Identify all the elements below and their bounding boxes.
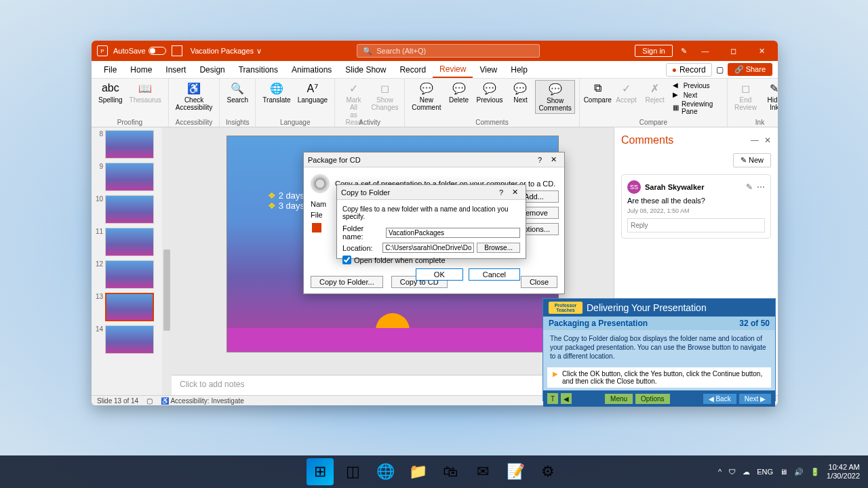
- tutorial-t-icon[interactable]: T: [547, 393, 558, 404]
- taskview-icon[interactable]: ◫: [339, 458, 366, 485]
- tutorial-prev-icon[interactable]: ◀: [561, 393, 572, 404]
- avatar: SS: [627, 180, 641, 194]
- slide-thumb-14[interactable]: 14: [94, 325, 169, 354]
- slide-panel-scrollbar[interactable]: [162, 127, 172, 395]
- browse-button[interactable]: Browse...: [477, 243, 520, 253]
- language-button[interactable]: A⁷Language: [295, 80, 331, 105]
- volume-icon[interactable]: 🔊: [794, 468, 804, 476]
- tab-record[interactable]: Record: [393, 62, 433, 77]
- minimize-button[interactable]: —: [695, 47, 715, 55]
- network-icon[interactable]: 🖥: [780, 468, 787, 476]
- edge-icon[interactable]: 🌐: [372, 458, 399, 485]
- tab-insert[interactable]: Insert: [159, 62, 193, 77]
- language-indicator[interactable]: ENG: [757, 468, 773, 476]
- prevcomment-button[interactable]: 💬Previous: [474, 80, 506, 105]
- save-icon[interactable]: [172, 45, 182, 56]
- showchanges-button[interactable]: ◻Show Changes: [370, 80, 400, 113]
- open-folder-checkbox[interactable]: [342, 256, 351, 264]
- tab-review[interactable]: Review: [433, 62, 473, 78]
- title-bar: P AutoSave Vacation Packages ∨ 🔍 Search …: [92, 41, 778, 61]
- slide-thumb-8[interactable]: 8: [94, 130, 169, 159]
- tab-design[interactable]: Design: [193, 62, 231, 77]
- tutorial-menu-button[interactable]: Menu: [605, 394, 633, 404]
- accessibility-button[interactable]: ♿Check Accessibility: [173, 80, 215, 113]
- weather-icon[interactable]: ☁: [743, 468, 750, 476]
- start-button[interactable]: ⊞: [307, 458, 334, 485]
- close-button[interactable]: Close: [521, 276, 557, 288]
- tab-animations[interactable]: Animations: [285, 62, 338, 77]
- showcomments-button[interactable]: 💬Show Comments: [535, 80, 574, 114]
- hideink-button[interactable]: ✎Hide Ink: [761, 80, 778, 113]
- tab-home[interactable]: Home: [123, 62, 159, 77]
- settings-icon[interactable]: ⚙: [534, 458, 561, 485]
- app-icon[interactable]: 📝: [502, 458, 529, 485]
- slide-thumb-13[interactable]: 13💬: [94, 293, 169, 321]
- tutorial-back-button[interactable]: ◀ Back: [703, 394, 736, 404]
- taskbar: ⊞ ◫ 🌐 📁 🛍 ✉ 📝 ⚙ ^ 🛡 ☁ ENG 🖥 🔊 🔋 10:42 AM…: [0, 455, 868, 488]
- compare-next[interactable]: ▶Next: [673, 91, 720, 99]
- tab-view[interactable]: View: [473, 62, 504, 77]
- nextcomment-button[interactable]: 💬Next: [507, 80, 534, 105]
- accessibility-status[interactable]: ♿ Accessibility: Investigate: [161, 397, 244, 405]
- tab-file[interactable]: File: [97, 62, 123, 77]
- slide-panel[interactable]: 8 9 10 11 12 13💬 14: [92, 127, 172, 395]
- tutorial-next-button[interactable]: Next ▶: [739, 394, 771, 404]
- signin-button[interactable]: Sign in: [635, 45, 673, 57]
- folder-name-input[interactable]: [386, 228, 520, 238]
- mail-icon[interactable]: ✉: [469, 458, 496, 485]
- folder-name-label: Folder name:: [342, 224, 383, 241]
- tab-transitions[interactable]: Transitions: [232, 62, 285, 77]
- autosave-toggle[interactable]: AutoSave: [113, 47, 166, 55]
- search-input[interactable]: 🔍 Search (Alt+Q): [357, 44, 540, 58]
- compare-button[interactable]: ⧉Compare: [584, 80, 612, 105]
- deletecomment-button[interactable]: 💬Delete: [446, 80, 473, 105]
- accept-button[interactable]: ✓Accept: [613, 80, 640, 105]
- translate-button[interactable]: 🌐Translate: [260, 80, 293, 105]
- reject-button[interactable]: ✗Reject: [642, 80, 669, 105]
- search-button[interactable]: 🔍Search: [224, 80, 251, 105]
- cancel-button[interactable]: Cancel: [469, 268, 520, 281]
- explorer-icon[interactable]: 📁: [404, 458, 431, 485]
- maximize-button[interactable]: ◻: [724, 47, 744, 56]
- clock[interactable]: 10:42 AM 1/30/2022: [827, 463, 860, 481]
- comments-minimize[interactable]: —: [751, 136, 759, 145]
- dialog-close[interactable]: ✕: [547, 155, 560, 164]
- slide-thumb-12[interactable]: 12: [94, 260, 169, 289]
- slide-thumb-9[interactable]: 9: [94, 163, 169, 191]
- dialog-help[interactable]: ?: [533, 156, 547, 164]
- thesaurus-button[interactable]: 📖Thesaurus: [127, 80, 164, 105]
- record-button[interactable]: Record: [666, 63, 712, 77]
- security-icon[interactable]: 🛡: [728, 468, 736, 476]
- slide-thumb-10[interactable]: 10: [94, 195, 169, 224]
- new-comment-button[interactable]: ✎ New: [733, 153, 771, 167]
- tray-chevron[interactable]: ^: [718, 468, 722, 476]
- tab-slideshow[interactable]: Slide Show: [338, 62, 393, 77]
- comment-menu-icon[interactable]: ⋯: [757, 182, 765, 192]
- edit-comment-icon[interactable]: ✎: [746, 182, 753, 192]
- notes-icon[interactable]: ▢: [146, 397, 153, 405]
- close-button[interactable]: ✕: [752, 47, 772, 56]
- tab-help[interactable]: Help: [504, 62, 534, 77]
- comments-close[interactable]: ✕: [764, 136, 771, 145]
- dialog-help[interactable]: ?: [494, 188, 508, 197]
- present-icon[interactable]: ▢: [716, 65, 724, 75]
- toggle-icon[interactable]: [149, 47, 166, 55]
- spelling-button[interactable]: abcSpelling: [96, 80, 125, 105]
- ok-button[interactable]: OK: [416, 268, 463, 281]
- location-input[interactable]: [382, 243, 474, 253]
- endreview-button[interactable]: ◻End Review: [732, 80, 760, 113]
- newcomment-button[interactable]: 💬New Comment: [409, 80, 443, 113]
- battery-icon[interactable]: 🔋: [810, 468, 820, 476]
- compare-prev[interactable]: ◀Previous: [673, 81, 720, 89]
- store-icon[interactable]: 🛍: [437, 458, 464, 485]
- reply-input[interactable]: [627, 218, 765, 232]
- files-label: File: [311, 211, 338, 219]
- reviewing-pane[interactable]: ▦Reviewing Pane: [673, 100, 720, 115]
- slide-thumb-11[interactable]: 11: [94, 228, 169, 256]
- pen-icon[interactable]: ✎: [681, 47, 687, 56]
- tutorial-options-button[interactable]: Options: [635, 394, 669, 404]
- dialog-close[interactable]: ✕: [508, 188, 521, 197]
- document-name[interactable]: Vacation Packages ∨: [191, 47, 262, 56]
- tutorial-instruction: Click the OK button, click the Yes butto…: [547, 367, 771, 388]
- share-button[interactable]: 🔗 Share: [728, 63, 772, 76]
